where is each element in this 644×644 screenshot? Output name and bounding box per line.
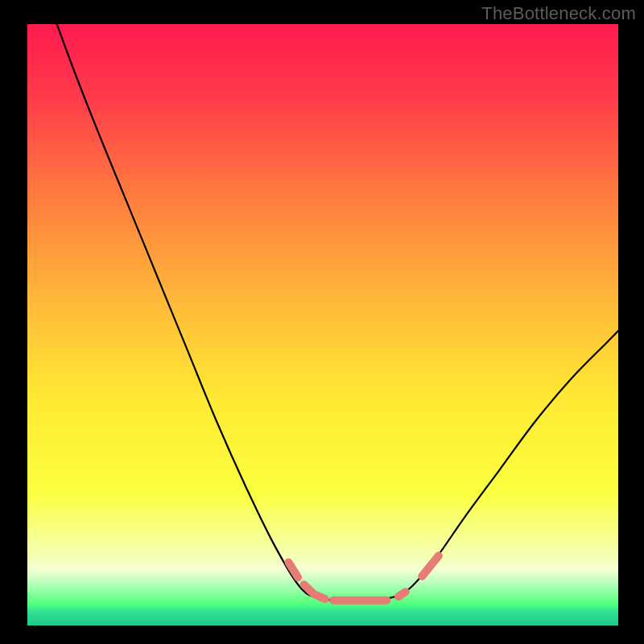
highlight-lozenge-5 — [422, 555, 439, 576]
chart-frame: TheBottleneck.com — [0, 0, 644, 644]
gradient-background — [27, 24, 618, 625]
svg-rect-0 — [27, 24, 618, 625]
highlight-lozenge-1 — [304, 584, 314, 594]
curve-bottleneck-curve — [57, 24, 618, 602]
plot-area — [27, 24, 618, 625]
highlight-lozenge-2 — [317, 596, 325, 599]
highlight-lozenge-4 — [398, 592, 406, 597]
bottleneck-curve — [27, 24, 618, 625]
watermark-text: TheBottleneck.com — [481, 3, 636, 24]
highlight-lozenge-0 — [288, 563, 298, 578]
